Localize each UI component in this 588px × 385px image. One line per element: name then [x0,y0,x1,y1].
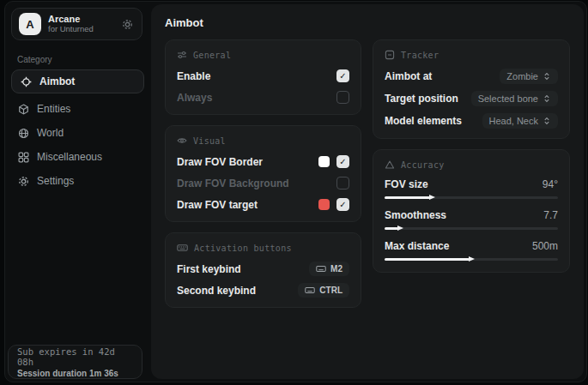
sidebar-item-miscellaneous[interactable]: Miscellaneous [5,145,149,169]
setting-label: First keybind [177,263,241,275]
session-duration-text: Session duration 1m 36s [17,369,133,378]
setting-row-model-elements: Model elements Head, Neck [385,113,558,129]
enable-checkbox[interactable] [336,69,349,82]
setting-row-fov-background: Draw FOV Background [177,176,349,190]
visual-card: Visual Draw FOV Border Draw FOV Backgrou… [165,125,361,222]
sliders-icon [177,50,187,60]
setting-label: Always [177,92,212,104]
setting-row-first-keybind: First keybind M2 [177,262,349,276]
sub-expires-text: Sub expires in 42d 08h [17,346,133,367]
app-window: A Arcane for Unturned Category [4,1,587,382]
first-keybind-button[interactable]: M2 [309,262,349,276]
sidebar-item-label: Aimbot [39,75,75,87]
setting-label: Smoothness [385,209,446,221]
left-column: General Enable Always [165,39,361,308]
sidebar: A Arcane for Unturned Category [5,2,149,382]
aimbot-at-dropdown[interactable]: Zombie [500,69,558,84]
keyboard-icon [177,243,188,253]
smoothness-slider[interactable] [385,226,558,232]
setting-row-smoothness: Smoothness 7.7 [385,209,558,232]
sidebar-item-entities[interactable]: Entities [5,97,149,121]
section-title: Accuracy [401,160,445,170]
setting-label: Draw FOV target [177,199,258,211]
logo-card: A Arcane for Unturned [11,8,142,40]
chevron-updown-icon [543,117,551,125]
setting-label: FOV size [385,178,428,190]
setting-label: Draw FOV Border [177,156,263,168]
sidebar-item-settings[interactable]: Settings [5,169,149,193]
section-title: Visual [193,136,226,146]
page-title: Aimbot [165,16,570,29]
category-label: Category [17,55,149,64]
chevron-updown-icon [543,94,551,103]
section-title: Activation buttons [194,244,292,253]
slider-value: 94° [543,178,558,190]
section-title: General [193,51,231,60]
scan-icon [385,50,395,60]
setting-label: Second keybind [177,285,256,297]
sidebar-item-world[interactable]: World [5,121,149,145]
setting-row-always: Always [177,90,349,105]
slider-value: 500m [532,240,558,252]
dropdown-value: Head, Neck [489,116,538,126]
settings-gear-icon [18,176,29,187]
setting-label: Model elements [385,115,462,127]
color-swatch-white[interactable] [318,156,330,167]
setting-label: Draw FOV Background [177,177,289,189]
second-keybind-button[interactable]: CTRL [298,283,349,298]
accuracy-card: Accuracy FOV size 94° [373,149,570,273]
sidebar-item-label: Settings [37,175,74,187]
sidebar-item-label: Entities [37,103,70,115]
general-card: General Enable Always [165,39,361,115]
fov-target-checkbox[interactable] [336,198,349,211]
crosshair-icon [21,76,32,87]
keyboard-icon [305,286,315,295]
setting-row-fov-size: FOV size 94° [385,178,558,201]
chevron-updown-icon [543,72,551,81]
setting-label: Target position [385,93,458,105]
sidebar-item-aimbot[interactable]: Aimbot [11,69,144,93]
slider-fill [385,258,470,261]
keybind-value: CTRL [319,286,342,295]
slider-fill [385,196,430,199]
app-name: Arcane [48,14,112,25]
setting-row-aimbot-at: Aimbot at Zombie [385,69,558,84]
sidebar-item-label: Miscellaneous [37,151,102,163]
keyboard-icon [316,264,326,274]
globe-icon [18,128,29,139]
tracker-card: Tracker Aimbot at Zombie [373,39,570,139]
color-swatch-red[interactable] [318,199,330,210]
max-distance-slider[interactable] [385,256,558,262]
subscription-status-card: Sub expires in 42d 08h Session duration … [8,345,142,379]
dropdown-value: Selected bone [478,93,538,104]
setting-label: Max distance [385,240,449,252]
setting-row-second-keybind: Second keybind CTRL [177,283,349,298]
triangle-icon [385,159,395,170]
dropdown-value: Zombie [506,71,538,81]
setting-label: Enable [177,70,210,82]
app-subtitle: for Unturned [48,25,112,34]
setting-label: Aimbot at [385,70,432,82]
slider-value: 7.7 [543,209,558,221]
app-logo: A [19,13,41,35]
fov-background-checkbox[interactable] [336,177,349,189]
fov-border-checkbox[interactable] [336,155,349,168]
setting-row-fov-target: Draw FOV target [177,197,349,212]
fov-size-slider[interactable] [385,195,558,201]
slider-fill [385,227,398,230]
gear-icon[interactable] [119,16,135,32]
model-elements-dropdown[interactable]: Head, Neck [482,113,558,129]
entities-icon [18,104,29,115]
section-title: Tracker [401,51,439,60]
main-panel: Aimbot General [151,4,584,379]
activation-card: Activation buttons First keybind [165,232,361,308]
setting-row-enable: Enable [177,69,349,83]
always-checkbox[interactable] [336,91,349,104]
eye-icon [177,135,187,146]
setting-row-max-distance: Max distance 500m [385,240,558,262]
target-position-dropdown[interactable]: Selected bone [471,91,558,106]
setting-row-target-position: Target position Selected bone [385,91,558,106]
keybind-value: M2 [330,264,342,274]
sidebar-item-label: World [37,127,64,139]
right-column: Tracker Aimbot at Zombie [373,39,570,308]
